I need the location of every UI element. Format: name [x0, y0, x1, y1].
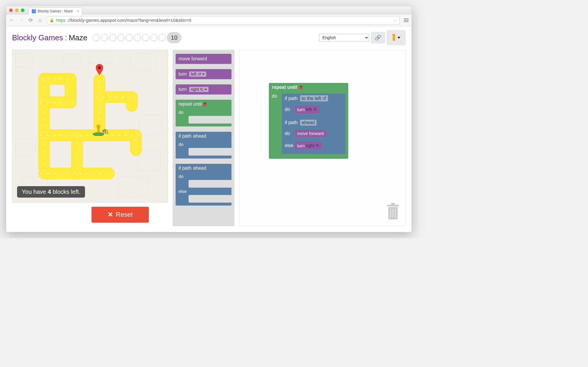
level-dot-10[interactable]: 10: [167, 32, 181, 43]
block-arm-label: else: [285, 143, 292, 148]
window-controls: [9, 9, 24, 12]
block-label: if path: [179, 166, 191, 171]
block-arm-label: do: [272, 94, 279, 99]
chevron-down-icon: [204, 89, 207, 90]
level-selector: 10: [93, 32, 181, 43]
toolbox-block-if-path[interactable]: if path ahead do: [176, 132, 231, 159]
language-select[interactable]: English: [319, 34, 369, 41]
forward-icon: →: [19, 17, 24, 23]
toolbox-block-if-else[interactable]: if path ahead do else: [176, 164, 231, 206]
block-label: repeat until: [179, 101, 202, 107]
svg-rect-5: [387, 205, 399, 206]
zoom-icon[interactable]: [21, 9, 24, 12]
level-dot-2[interactable]: [101, 34, 108, 41]
bookmark-icon[interactable]: ☆: [393, 17, 397, 23]
toolbox-block-move-forward[interactable]: move forward: [176, 54, 231, 64]
pegman-icon: [392, 34, 396, 41]
trash-icon[interactable]: [386, 203, 400, 221]
game-name: Maze: [69, 33, 88, 42]
dropdown[interactable]: left ↺: [189, 71, 206, 77]
block-label: turn: [297, 143, 305, 148]
capacity-post: blocks left.: [51, 188, 80, 195]
link-button[interactable]: 🔗: [371, 32, 385, 43]
close-icon[interactable]: [9, 9, 13, 12]
capacity-bubble: You have 4 blocks left.: [17, 186, 85, 198]
toolbox-block-turn-right[interactable]: turn right ↻: [176, 84, 231, 94]
block-label: if path: [285, 96, 298, 101]
reset-button[interactable]: ✕ Reset: [91, 207, 149, 223]
ws-block-move-forward[interactable]: move forward: [295, 130, 326, 137]
ws-block-turn-right[interactable]: turn right ↻: [295, 142, 322, 149]
link-icon: 🔗: [375, 34, 381, 41]
lock-icon: 🔒: [49, 18, 54, 22]
block-label: move forward: [297, 131, 324, 136]
svg-point-3: [97, 125, 100, 128]
page: Blockly Games : Maze 10 English 🔗: [6, 26, 412, 232]
url-path: ://blockly-games.appspot.com/maze?lang=e…: [67, 18, 191, 23]
ws-block-if-else-ahead[interactable]: if path ahead do move forward else: [282, 118, 345, 154]
level-dot-5[interactable]: [126, 34, 133, 41]
level-dot-4[interactable]: [117, 34, 124, 41]
block-label: turn: [179, 87, 187, 92]
block-label: turn: [179, 71, 187, 76]
chevron-down-icon: [202, 74, 204, 75]
pegman-sprite: [92, 124, 108, 140]
browser-menu-icon[interactable]: [404, 19, 409, 22]
dropdown[interactable]: to the left ↺: [300, 95, 328, 101]
titlebar: Blockly Games : Maze ×: [6, 6, 412, 14]
ws-block-turn-left[interactable]: turn left ↺: [295, 106, 319, 113]
level-dot-1[interactable]: [93, 34, 100, 41]
target-marker-icon: [96, 64, 103, 75]
maze-visualization: You have 4 blocks left.: [12, 50, 168, 203]
level-dot-7[interactable]: [142, 34, 149, 41]
target-marker-mini-icon: [299, 85, 302, 89]
block-arm-label: do: [179, 142, 184, 147]
toolbox-block-repeat-until[interactable]: repeat until do: [176, 100, 231, 126]
level-dot-3[interactable]: [109, 34, 116, 41]
block-arm-label: do: [179, 174, 184, 179]
brand-link[interactable]: Blockly Games: [12, 33, 63, 42]
block-label: if path: [179, 134, 191, 139]
level-dot-6[interactable]: [134, 34, 141, 41]
content: You have 4 blocks left. ✕ Reset move for…: [12, 50, 406, 226]
reset-x-icon: ✕: [108, 211, 113, 218]
block-label: repeat until: [272, 85, 297, 90]
reload-icon[interactable]: ⟳: [28, 17, 33, 24]
url-bar[interactable]: 🔒 https://blockly-games.appspot.com/maze…: [47, 16, 400, 24]
browser-toolbar: ← → ⟳ ⌂ 🔒 https://blockly-games.appspot.…: [6, 14, 412, 26]
dropdown[interactable]: ahead: [193, 166, 206, 171]
block-label: move forward: [179, 56, 207, 61]
block-label: if path: [285, 120, 298, 125]
svg-rect-6: [391, 203, 395, 205]
ws-block-repeat-until[interactable]: repeat until do if path to the left ↺ do: [269, 83, 348, 159]
workspace[interactable]: repeat until do if path to the left ↺ do: [239, 50, 406, 226]
dropdown[interactable]: ahead: [193, 134, 206, 139]
back-icon[interactable]: ←: [9, 17, 14, 23]
minimize-icon[interactable]: [15, 9, 19, 12]
toolbox-block-turn-left[interactable]: turn left ↺: [176, 69, 231, 79]
block-arm-label: else: [179, 189, 187, 194]
svg-rect-7: [390, 209, 391, 218]
home-icon[interactable]: ⌂: [37, 17, 43, 23]
page-header: Blockly Games : Maze 10 English 🔗: [12, 30, 406, 45]
target-marker-mini-icon: [204, 102, 206, 106]
svg-point-0: [98, 66, 101, 69]
tab-close-icon[interactable]: ×: [77, 9, 79, 13]
favicon-icon: [32, 9, 36, 13]
dropdown[interactable]: right ↻: [189, 87, 209, 92]
capacity-pre: You have: [22, 188, 48, 195]
dropdown[interactable]: right ↻: [306, 143, 319, 148]
browser-tab[interactable]: Blockly Games : Maze ×: [29, 7, 82, 15]
ws-block-if-path-left[interactable]: if path to the left ↺ do turn left ↺: [282, 94, 345, 118]
dropdown[interactable]: ahead: [300, 120, 317, 126]
block-arm-label: do: [179, 110, 184, 115]
level-dot-9[interactable]: [159, 34, 166, 41]
block-label: turn: [297, 107, 305, 112]
svg-rect-9: [395, 209, 396, 218]
pegman-menu-button[interactable]: [387, 30, 406, 45]
block-toolbox: move forward turn left ↺ turn right ↻ re…: [173, 50, 234, 226]
dropdown[interactable]: left ↺: [306, 107, 317, 112]
tab-title: Blockly Games : Maze: [38, 9, 73, 13]
maze-column: You have 4 blocks left. ✕ Reset: [12, 50, 168, 226]
level-dot-8[interactable]: [150, 34, 157, 41]
